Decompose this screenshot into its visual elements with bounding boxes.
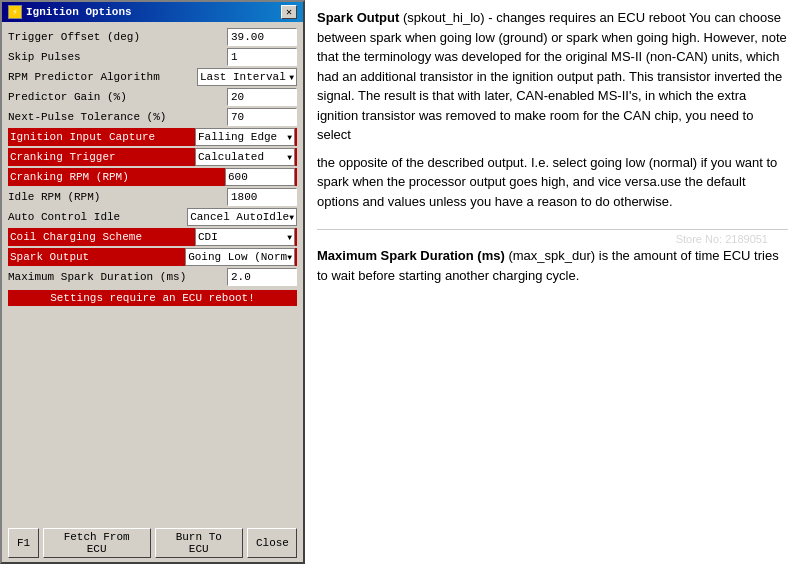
idle-rpm-input[interactable]: 1800 — [227, 188, 297, 206]
skip-pulses-label: Skip Pulses — [8, 51, 227, 63]
help-section-max-spark: Maximum Spark Duration (ms) (max_spk_dur… — [317, 246, 788, 285]
coil-charging-row: Coil Charging Scheme CDI ▼ — [8, 228, 297, 246]
button-row: F1 Fetch From ECU Burn To ECU Close — [2, 524, 303, 562]
max-spark-duration-input[interactable]: 2.0 — [227, 268, 297, 286]
chevron-down-icon: ▼ — [289, 213, 294, 222]
predictor-gain-input[interactable]: 20 — [227, 88, 297, 106]
chevron-down-icon: ▼ — [287, 233, 292, 242]
spark-output-row: Spark Output Going Low (Norm ▼ — [8, 248, 297, 266]
spark-output-text: - changes requires an ECU reboot You can… — [317, 10, 787, 142]
trigger-offset-row: Trigger Offset (deg) 39.00 — [8, 28, 297, 46]
rpm-predictor-select[interactable]: Last Interval ▼ — [197, 68, 297, 86]
trigger-offset-label: Trigger Offset (deg) — [8, 31, 227, 43]
cranking-rpm-label: Cranking RPM (RPM) — [10, 171, 225, 183]
help-text-spark-output: Spark Output (spkout_hi_lo) - changes re… — [317, 8, 788, 145]
skip-pulses-row: Skip Pulses 1 — [8, 48, 297, 66]
max-spark-duration-label: Maximum Spark Duration (ms) — [8, 271, 227, 283]
chevron-down-icon: ▼ — [287, 133, 292, 142]
chevron-down-icon: ▼ — [289, 73, 294, 82]
auto-control-idle-select[interactable]: Cancel AutoIdle ▼ — [187, 208, 297, 226]
cranking-rpm-input[interactable]: 600 — [225, 168, 295, 186]
close-button[interactable]: ✕ — [281, 5, 297, 19]
next-pulse-row: Next-Pulse Tolerance (%) 70 — [8, 108, 297, 126]
idle-rpm-label: Idle RPM (RPM) — [8, 191, 227, 203]
cranking-trigger-row: Cranking Trigger Calculated ▼ — [8, 148, 297, 166]
chevron-down-icon: ▼ — [287, 153, 292, 162]
spark-output-label: Spark Output — [10, 251, 185, 263]
auto-control-idle-row: Auto Control Idle Cancel AutoIdle ▼ — [8, 208, 297, 226]
idle-rpm-row: Idle RPM (RPM) 1800 — [8, 188, 297, 206]
next-pulse-input[interactable]: 70 — [227, 108, 297, 126]
burn-to-ecu-button[interactable]: Burn To ECU — [155, 528, 243, 558]
spark-output-bold-title: Spark Output — [317, 10, 399, 25]
rpm-predictor-label: RPM Predictor Algorithm — [8, 71, 197, 83]
spark-output-select[interactable]: Going Low (Norm ▼ — [185, 248, 295, 266]
dialog-title: Ignition Options — [26, 6, 132, 18]
watermark: Store No: 2189051 — [676, 233, 768, 245]
ignition-input-capture-row: Ignition Input Capture Falling Edge ▼ — [8, 128, 297, 146]
titlebar-icon: ⚡ — [8, 5, 22, 19]
ignition-input-capture-select[interactable]: Falling Edge ▼ — [195, 128, 295, 146]
coil-charging-label: Coil Charging Scheme — [10, 231, 195, 243]
ignition-input-capture-label: Ignition Input Capture — [10, 131, 195, 143]
help-divider — [317, 229, 788, 230]
help-text-max-spark: Maximum Spark Duration (ms) (max_spk_dur… — [317, 246, 788, 285]
spark-output-param: (spkout_hi_lo) — [403, 10, 485, 25]
coil-charging-select[interactable]: CDI ▼ — [195, 228, 295, 246]
help-text-continued: the opposite of the described output. I.… — [317, 153, 788, 212]
chevron-down-icon: ▼ — [287, 253, 292, 262]
skip-pulses-input[interactable]: 1 — [227, 48, 297, 66]
predictor-gain-label: Predictor Gain (%) — [8, 91, 227, 103]
close-dialog-button[interactable]: Close — [247, 528, 297, 558]
warning-bar: Settings require an ECU reboot! — [8, 290, 297, 306]
dialog-content: Trigger Offset (deg) 39.00 Skip Pulses 1… — [2, 22, 303, 524]
f1-button[interactable]: F1 — [8, 528, 39, 558]
cranking-trigger-label: Cranking Trigger — [10, 151, 195, 163]
cranking-rpm-row: Cranking RPM (RPM) 600 — [8, 168, 297, 186]
max-spark-bold-title: Maximum Spark Duration (ms) — [317, 248, 505, 263]
fetch-from-ecu-button[interactable]: Fetch From ECU — [43, 528, 151, 558]
auto-control-idle-label: Auto Control Idle — [8, 211, 187, 223]
trigger-offset-input[interactable]: 39.00 — [227, 28, 297, 46]
max-spark-duration-row: Maximum Spark Duration (ms) 2.0 — [8, 268, 297, 286]
dialog-titlebar: ⚡ Ignition Options ✕ — [2, 2, 303, 22]
help-panel: Spark Output (spkout_hi_lo) - changes re… — [305, 0, 800, 564]
max-spark-param: (max_spk_dur) — [508, 248, 595, 263]
titlebar-left: ⚡ Ignition Options — [8, 5, 132, 19]
ignition-options-dialog: ⚡ Ignition Options ✕ Trigger Offset (deg… — [0, 0, 305, 564]
next-pulse-label: Next-Pulse Tolerance (%) — [8, 111, 227, 123]
help-section-spark-output: Spark Output (spkout_hi_lo) - changes re… — [317, 8, 788, 145]
cranking-trigger-select[interactable]: Calculated ▼ — [195, 148, 295, 166]
rpm-predictor-row: RPM Predictor Algorithm Last Interval ▼ — [8, 68, 297, 86]
predictor-gain-row: Predictor Gain (%) 20 — [8, 88, 297, 106]
